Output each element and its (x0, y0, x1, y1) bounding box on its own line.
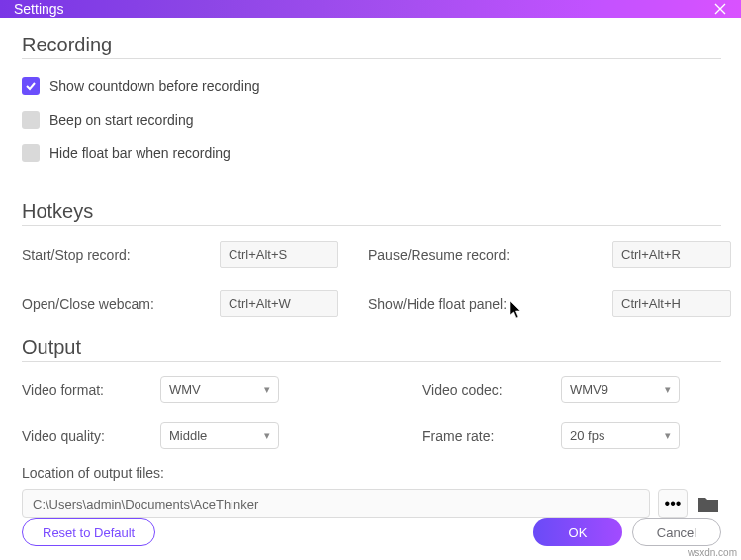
recording-heading: Recording (22, 34, 721, 59)
ok-button[interactable]: OK (533, 518, 622, 546)
hotkeys-heading: Hotkeys (22, 200, 721, 226)
codec-select[interactable]: WMV9▾ (561, 376, 680, 403)
framerate-value: 20 fps (570, 428, 604, 443)
quality-select[interactable]: Middle▾ (160, 422, 279, 449)
format-select[interactable]: WMV▾ (160, 376, 279, 403)
close-icon[interactable] (713, 2, 727, 16)
titlebar: Settings (0, 0, 741, 18)
hotkeys-section: Hotkeys Start/Stop record: Ctrl+Alt+S Pa… (22, 200, 721, 317)
path-row: C:\Users\admin\Documents\AceThinker ••• (22, 489, 721, 518)
framerate-label: Frame rate: (422, 428, 561, 444)
codec-value: WMV9 (570, 382, 608, 397)
output-heading: Output (22, 336, 721, 362)
pauseresume-input[interactable]: Ctrl+Alt+R (612, 241, 731, 268)
pauseresume-label: Pause/Resume record: (368, 247, 612, 263)
beep-option[interactable]: Beep on start recording (22, 111, 721, 129)
watermark: wsxdn.com (688, 547, 737, 558)
webcam-label: Open/Close webcam: (22, 296, 220, 312)
codec-label: Video codec: (422, 382, 561, 398)
reset-button[interactable]: Reset to Default (22, 518, 155, 546)
footer: Reset to Default OK Cancel (22, 518, 721, 546)
chevron-down-icon: ▾ (264, 383, 270, 396)
location-input[interactable]: C:\Users\admin\Documents\AceThinker (22, 489, 650, 518)
floatpanel-input[interactable]: Ctrl+Alt+H (612, 290, 731, 317)
output-section: Output Video format: WMV▾ Video codec: W… (22, 336, 721, 518)
browse-button[interactable]: ••• (658, 489, 688, 518)
quality-value: Middle (169, 428, 207, 443)
dots-icon: ••• (665, 495, 682, 513)
hidefloat-option[interactable]: Hide float bar when recording (22, 144, 721, 162)
floatpanel-label: Show/Hide float panel: (368, 296, 612, 312)
location-row: Location of output files: C:\Users\admin… (22, 465, 721, 518)
output-grid: Video format: WMV▾ Video codec: WMV9▾ Vi… (22, 376, 721, 449)
chevron-down-icon: ▾ (665, 383, 671, 396)
cancel-button[interactable]: Cancel (632, 518, 721, 546)
checkbox-icon[interactable] (22, 144, 40, 162)
countdown-label: Show countdown before recording (49, 78, 259, 94)
format-value: WMV (169, 382, 201, 397)
settings-window: Settings Recording Show countdown before… (0, 0, 741, 560)
hotkeys-grid: Start/Stop record: Ctrl+Alt+S Pause/Resu… (22, 241, 721, 317)
startstop-label: Start/Stop record: (22, 247, 220, 263)
webcam-input[interactable]: Ctrl+Alt+W (220, 290, 338, 317)
format-label: Video format: (22, 382, 160, 398)
startstop-input[interactable]: Ctrl+Alt+S (220, 241, 338, 268)
framerate-select[interactable]: 20 fps▾ (561, 422, 680, 449)
checkbox-icon[interactable] (22, 77, 40, 95)
content-area: Recording Show countdown before recordin… (0, 18, 741, 560)
chevron-down-icon: ▾ (264, 429, 270, 442)
beep-label: Beep on start recording (49, 112, 194, 128)
location-label: Location of output files: (22, 465, 721, 481)
folder-icon[interactable] (695, 489, 721, 518)
window-title: Settings (14, 1, 64, 17)
hidefloat-label: Hide float bar when recording (49, 145, 231, 161)
quality-label: Video quality: (22, 428, 160, 444)
countdown-option[interactable]: Show countdown before recording (22, 77, 721, 95)
checkbox-icon[interactable] (22, 111, 40, 129)
chevron-down-icon: ▾ (665, 429, 671, 442)
